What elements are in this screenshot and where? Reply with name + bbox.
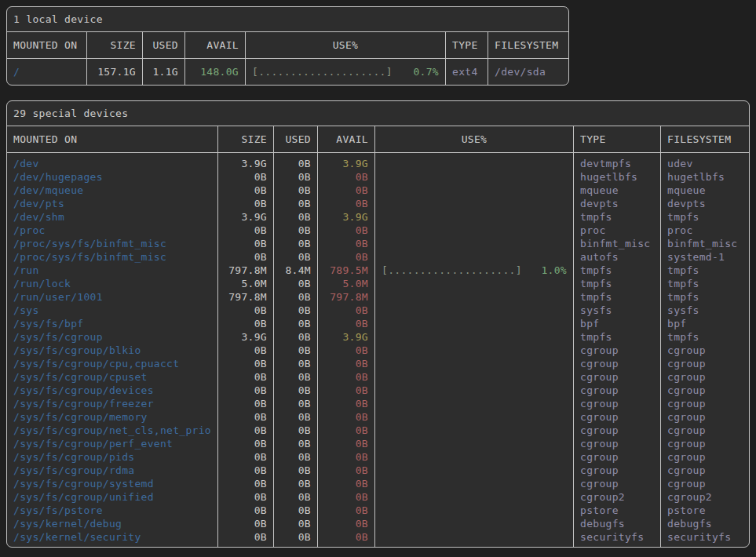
column-header-mount: MOUNTED ON [7, 32, 87, 59]
use-cell [375, 450, 574, 464]
type-cell: cgroup [574, 437, 661, 450]
avail-cell: 0B [318, 450, 375, 464]
used-cell: 8.4M [274, 264, 318, 277]
fs-cell: tmpfs [661, 330, 749, 344]
mount-cell: /sys/fs/cgroup/cpuset [7, 370, 218, 384]
avail-cell: 0B [318, 530, 375, 547]
type-cell: ext4 [446, 59, 488, 85]
column-header-use: USE% [246, 32, 446, 59]
usage-bar: [....................] [382, 264, 522, 277]
used-cell: 0B [274, 210, 318, 224]
mount-cell: /proc [7, 224, 218, 237]
fs-cell: cgroup [661, 477, 749, 490]
avail-cell: 0B [318, 224, 375, 237]
fs-cell: hugetlbfs [661, 170, 749, 184]
mount-cell: /dev/pts [7, 197, 218, 210]
mount-cell: /sys/fs/cgroup/perf_event [7, 437, 218, 450]
type-cell: proc [574, 224, 661, 237]
use-cell [375, 517, 574, 530]
use-cell [375, 490, 574, 504]
size-cell: 0B [218, 517, 274, 530]
avail-cell: 0B [318, 184, 375, 197]
used-cell: 0B [274, 250, 318, 264]
size-cell: 0B [218, 184, 274, 197]
use-cell [375, 304, 574, 317]
size-cell: 5.0M [218, 277, 274, 290]
mount-cell: /dev/shm [7, 210, 218, 224]
avail-cell: 0B [318, 437, 375, 450]
fs-cell: proc [661, 224, 749, 237]
size-cell: 0B [218, 370, 274, 384]
mount-cell: /run/user/1001 [7, 290, 218, 304]
size-cell: 3.9G [218, 210, 274, 224]
type-cell: cgroup [574, 450, 661, 464]
size-cell: 0B [218, 477, 274, 490]
size-cell: 0B [218, 397, 274, 410]
column-header-mount: MOUNTED ON [7, 126, 218, 153]
type-cell: tmpfs [574, 330, 661, 344]
use-cell [375, 170, 574, 184]
mount-cell: /sys/fs/cgroup/rdma [7, 464, 218, 477]
size-cell: 0B [218, 424, 274, 437]
type-cell: hugetlbfs [574, 170, 661, 184]
mount-cell: /sys/fs/cgroup/net_cls,net_prio [7, 424, 218, 437]
mount-cell: /proc/sys/fs/binfmt_misc [7, 237, 218, 250]
avail-cell: 0B [318, 250, 375, 264]
use-cell [375, 250, 574, 264]
mount-cell: /sys/fs/cgroup/blkio [7, 344, 218, 357]
avail-cell: 148.0G [185, 59, 246, 85]
type-cell: cgroup [574, 370, 661, 384]
use-cell [375, 397, 574, 410]
avail-cell: 0B [318, 504, 375, 517]
used-cell: 0B [274, 410, 318, 424]
type-cell: pstore [574, 504, 661, 517]
type-cell: tmpfs [574, 290, 661, 304]
type-cell: devtmpfs [574, 153, 661, 170]
usage-percent: 0.7% [413, 66, 439, 78]
fs-cell: securityfs [661, 530, 749, 547]
use-cell [375, 224, 574, 237]
used-cell: 0B [274, 530, 318, 547]
use-cell [375, 330, 574, 344]
avail-cell: 789.5M [318, 264, 375, 277]
fs-cell: systemd-1 [661, 250, 749, 264]
avail-cell: 0B [318, 344, 375, 357]
size-cell: 0B [218, 197, 274, 210]
size-cell: 0B [218, 357, 274, 370]
fs-cell: cgroup [661, 384, 749, 397]
type-cell: sysfs [574, 304, 661, 317]
use-cell [375, 237, 574, 250]
fs-cell: cgroup [661, 464, 749, 477]
mount-cell: /dev/hugepages [7, 170, 218, 184]
mount-cell: /dev/mqueue [7, 184, 218, 197]
column-header-avail: AVAIL [185, 32, 246, 59]
use-cell: [....................]0.7% [246, 59, 446, 85]
fs-cell: tmpfs [661, 210, 749, 224]
fs-cell: tmpfs [661, 277, 749, 290]
fs-cell: cgroup [661, 410, 749, 424]
fs-cell: tmpfs [661, 290, 749, 304]
used-cell: 0B [274, 477, 318, 490]
mount-cell: /sys/fs/cgroup [7, 330, 218, 344]
local-devices-title: 1 local device [7, 7, 568, 32]
mount-cell: /run [7, 264, 218, 277]
type-cell: tmpfs [574, 264, 661, 277]
use-cell [375, 384, 574, 397]
avail-cell: 3.9G [318, 153, 375, 170]
used-cell: 0B [274, 153, 318, 170]
local-devices-grid: MOUNTED ONSIZEUSEDAVAILUSE%TYPEFILESYSTE… [7, 32, 568, 85]
fs-cell: udev [661, 153, 749, 170]
avail-cell: 0B [318, 357, 375, 370]
type-cell: cgroup [574, 397, 661, 410]
special-devices-title: 29 special devices [7, 101, 749, 126]
used-cell: 0B [274, 170, 318, 184]
use-cell [375, 370, 574, 384]
used-cell: 0B [274, 224, 318, 237]
column-header-type: TYPE [574, 126, 661, 153]
used-cell: 0B [274, 330, 318, 344]
size-cell: 0B [218, 410, 274, 424]
use-cell [375, 357, 574, 370]
fs-cell: cgroup [661, 450, 749, 464]
used-cell: 0B [274, 304, 318, 317]
used-cell: 0B [274, 384, 318, 397]
